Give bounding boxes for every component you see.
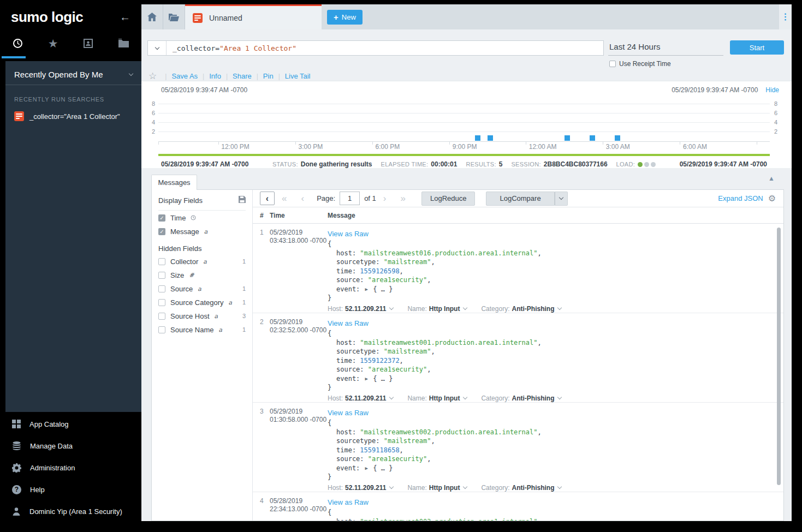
first-page-icon[interactable]: « <box>275 193 294 204</box>
row-number: 1 <box>253 229 270 236</box>
pin-link[interactable]: Pin <box>263 72 274 80</box>
source-category-field-checkbox[interactable] <box>158 299 165 306</box>
message-row[interactable]: 105/29/201903:43:18.000 -0700View as Raw… <box>253 224 783 313</box>
start-button[interactable]: Start <box>730 40 784 55</box>
vertical-scrollbar[interactable] <box>777 228 781 485</box>
sidebar-tab-shared[interactable] <box>71 31 106 55</box>
x-tick-label: 12:00 PM <box>221 143 249 151</box>
meta-host-dropdown[interactable]: Host:52.11.209.211 <box>328 394 393 402</box>
view-as-raw-link[interactable]: View as Raw <box>328 319 369 327</box>
expand-event-icon[interactable]: ▶ <box>364 465 369 471</box>
sidebar-tab-favorites[interactable]: ★ <box>35 31 71 55</box>
menu-item-account[interactable]: Dominic Yip (Area 1 Security) <box>0 500 141 522</box>
chevron-down-icon <box>389 485 394 489</box>
info-link[interactable]: Info <box>209 72 221 80</box>
new-tab-button[interactable]: + New <box>327 10 363 25</box>
expand-json-link[interactable]: Expand JSON <box>718 194 763 202</box>
sidebar-tab-recent[interactable] <box>0 31 35 55</box>
x-tick-mark <box>295 142 296 145</box>
sidebar-collapse-arrow-icon[interactable]: ← <box>120 11 130 23</box>
log-search-icon <box>14 111 24 121</box>
histogram-bar[interactable] <box>615 135 620 141</box>
chevron-down-icon <box>129 71 133 76</box>
meta-category-dropdown[interactable]: Category:Anti-Phishing <box>481 305 561 313</box>
collector-field-checkbox[interactable] <box>158 258 165 265</box>
histogram-bar[interactable] <box>590 135 595 141</box>
histogram-bar[interactable] <box>475 135 480 141</box>
database-icon <box>12 441 21 450</box>
message-row[interactable]: 205/29/201902:32:52.000 -0700View as Raw… <box>253 313 783 403</box>
row-message: View as Raw{host: "mailstreamwest003.pro… <box>328 497 783 521</box>
page-number-input[interactable] <box>340 192 360 205</box>
x-tick-mark <box>757 142 757 145</box>
message-row[interactable]: 405/28/201922:34:13.000 -0700View as Raw… <box>253 492 783 521</box>
tab-unnamed[interactable]: Unnamed <box>185 4 322 29</box>
meta-name-dropdown[interactable]: Name:Http Input <box>407 305 467 313</box>
message-field-checkbox[interactable]: ✓ <box>158 228 165 235</box>
row-message: View as Raw{host: "mailstreamwest016.pro… <box>328 229 783 313</box>
histogram-bar[interactable] <box>488 135 493 141</box>
menu-item-app-catalog[interactable]: App Catalog <box>0 413 141 435</box>
meta-name-dropdown[interactable]: Name:Http Input <box>407 394 467 402</box>
tab-messages[interactable]: Messages <box>151 175 197 190</box>
search-query-input[interactable]: _collector="Area 1 Collector" <box>167 44 603 52</box>
meta-host-dropdown[interactable]: Host:52.11.209.211 <box>328 484 393 492</box>
time-range-bar[interactable] <box>158 154 770 156</box>
menu-item-help[interactable]: ? Help <box>0 479 141 500</box>
expand-event-icon[interactable]: ▶ <box>364 376 369 381</box>
message-row[interactable]: 305/29/201901:30:58.000 -0700View as Raw… <box>253 403 783 492</box>
meta-category-dropdown[interactable]: Category:Anti-Phishing <box>481 394 561 402</box>
back-button[interactable]: ‹ <box>260 192 275 205</box>
kebab-icon: ⋮ <box>781 14 790 20</box>
save-as-link[interactable]: Save As <box>171 72 198 80</box>
histogram-bar[interactable] <box>565 135 570 141</box>
tab-overflow-menu-button[interactable]: ⋮ <box>779 4 792 29</box>
collapse-panel-icon[interactable]: ▲ <box>768 175 775 182</box>
sidebar-tab-library[interactable] <box>106 31 141 55</box>
live-tail-link[interactable]: Live Tail <box>285 72 311 80</box>
meta-category-dropdown[interactable]: Category:Anti-Phishing <box>481 484 561 492</box>
settings-gear-icon[interactable]: ⚙ <box>768 194 776 203</box>
source-host-field-checkbox[interactable] <box>158 313 165 320</box>
next-page-icon[interactable]: › <box>376 193 394 204</box>
field-row-source-category: Source Category a 1 <box>158 296 246 309</box>
menu-item-manage-data[interactable]: Manage Data <box>0 435 141 457</box>
logreduce-button[interactable]: LogReduce <box>421 192 476 206</box>
time-field-checkbox[interactable]: ✓ <box>158 214 165 222</box>
view-as-raw-link[interactable]: View as Raw <box>328 409 369 417</box>
favorite-star-icon[interactable]: ☆ <box>148 71 157 81</box>
expand-event-icon[interactable]: ▶ <box>364 286 369 292</box>
field-row-collector: Collector a 1 <box>158 255 246 268</box>
menu-item-administration[interactable]: Administration <box>0 457 141 479</box>
view-as-raw-link[interactable]: View as Raw <box>328 498 369 506</box>
share-link[interactable]: Share <box>233 72 252 80</box>
source-name-field-checkbox[interactable] <box>158 326 165 333</box>
query-expand-button[interactable] <box>148 41 167 55</box>
x-tick-mark <box>526 142 526 145</box>
size-field-checkbox[interactable] <box>158 272 165 279</box>
view-as-raw-link[interactable]: View as Raw <box>328 230 369 238</box>
chevron-down-icon <box>389 395 394 399</box>
log-search-icon <box>193 13 203 23</box>
hide-chart-link[interactable]: Hide <box>765 86 779 94</box>
last-page-icon[interactable]: » <box>393 193 412 204</box>
help-icon: ? <box>12 485 21 494</box>
use-receipt-time-checkbox[interactable] <box>609 61 616 67</box>
recent-selector[interactable]: Recently Opened By Me <box>5 61 141 85</box>
gear-icon <box>12 463 21 473</box>
source-field-checkbox[interactable] <box>158 285 165 292</box>
results-table-header: # Time Message <box>253 207 783 224</box>
recent-search-item[interactable]: _collector="Area 1 Collector" <box>5 108 141 124</box>
open-folder-button[interactable] <box>163 4 185 29</box>
home-button[interactable] <box>141 4 163 29</box>
logcompare-button[interactable]: LogCompare <box>486 192 554 206</box>
prev-page-icon[interactable]: ‹ <box>294 193 311 204</box>
chevron-down-icon <box>557 306 562 310</box>
meta-name-dropdown[interactable]: Name:Http Input <box>407 484 467 492</box>
time-range-selector[interactable]: Last 24 Hours <box>608 40 723 56</box>
logcompare-dropdown-button[interactable] <box>555 192 568 206</box>
plot-gridlines: 88664422 <box>158 98 770 142</box>
folder-open-icon <box>169 13 179 21</box>
meta-host-dropdown[interactable]: Host:52.11.209.211 <box>328 305 393 313</box>
save-fields-button[interactable] <box>239 195 246 205</box>
